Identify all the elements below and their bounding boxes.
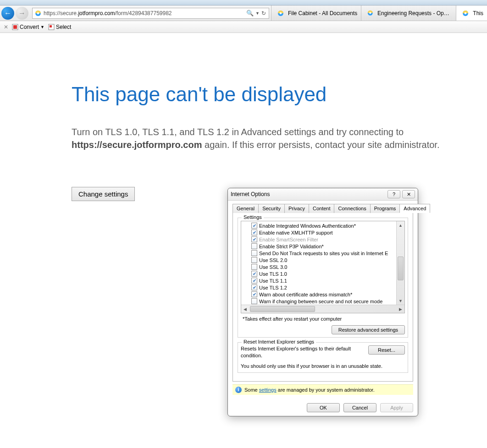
addr-tools: 🔍▼ ↻ — [244, 10, 269, 16]
horizontal-scrollbar[interactable]: ◀ ▶ — [241, 305, 404, 313]
settings-item[interactable]: Use SSL 2.0 — [251, 257, 389, 263]
pdf-toolbar: ✕ Convert ▼ Select — [0, 21, 487, 33]
dialog-title: Internet Options — [231, 191, 386, 197]
arrow-left-icon: ← — [4, 9, 11, 17]
checkbox[interactable]: ✔ — [251, 278, 257, 284]
internet-options-dialog: Internet Options ? ✕ GeneralSecurityPriv… — [227, 188, 418, 416]
checkbox[interactable]: ✔ — [251, 271, 257, 277]
settings-item-label: Enable native XMLHTTP support — [259, 230, 333, 235]
error-page: This page can't be displayed Turn on TLS… — [0, 33, 487, 201]
scroll-thumb[interactable] — [398, 257, 404, 280]
scroll-up-icon[interactable]: ▲ — [397, 221, 404, 229]
forward-button[interactable]: → — [16, 7, 28, 20]
settings-item[interactable]: Enable Strict P3P Validation* — [251, 243, 389, 250]
info-settings-link[interactable]: settings — [259, 387, 277, 393]
scroll-left-icon[interactable]: ◀ — [241, 305, 249, 313]
search-icon[interactable]: 🔍 — [246, 10, 254, 16]
settings-item[interactable]: ✔Enable native XMLHTTP support — [251, 229, 389, 236]
checkbox[interactable] — [251, 298, 257, 304]
ie-icon — [462, 10, 469, 17]
scroll-right-icon[interactable]: ▶ — [397, 305, 404, 313]
help-button[interactable]: ? — [387, 190, 400, 198]
close-button[interactable]: ✕ — [402, 190, 415, 198]
checkbox[interactable] — [251, 243, 257, 249]
checkbox[interactable]: ✔ — [251, 223, 257, 229]
svg-rect-11 — [50, 25, 52, 27]
settings-item[interactable]: ✔Use TLS 1.1 — [251, 277, 389, 284]
dialog-tabstrip: GeneralSecurityPrivacyContentConnections… — [232, 203, 413, 213]
settings-item-label: Enable SmartScreen Filter — [259, 237, 318, 242]
svg-point-3 — [280, 12, 282, 14]
checkbox[interactable]: ✔ — [251, 291, 257, 297]
convert-button[interactable]: Convert ▼ — [12, 24, 44, 30]
tab-label: Engineering Requests - Open It... — [377, 10, 452, 16]
reset-fieldset: Reset Internet Explorer settings Resets … — [238, 342, 408, 373]
error-message: Turn on TLS 1.0, TLS 1.1, and TLS 1.2 in… — [72, 126, 475, 151]
settings-item-label: Enable Integrated Windows Authentication… — [259, 223, 356, 229]
select-button[interactable]: Select — [48, 24, 71, 30]
browser-tabs: File Cabinet - All DocumentsEngineering … — [271, 5, 487, 21]
svg-point-1 — [37, 12, 39, 14]
settings-item[interactable]: ✔Warn about certificate address mismatch… — [251, 291, 389, 298]
reset-warning: You should only use this if your browser… — [241, 363, 405, 370]
settings-item[interactable]: ✔Use TLS 1.2 — [251, 284, 389, 291]
address-bar[interactable]: https://secure.jotformpro.com/form/42894… — [32, 8, 269, 19]
change-settings-button[interactable]: Change settings — [72, 187, 135, 201]
settings-item-label: Use TLS 1.1 — [259, 278, 287, 284]
settings-item-label: Use SSL 3.0 — [259, 264, 287, 270]
settings-item[interactable]: ✔Enable Integrated Windows Authenticatio… — [251, 222, 389, 229]
info-icon: i — [235, 387, 242, 393]
ie-icon — [367, 10, 374, 17]
tab-label: This — [473, 10, 483, 16]
apply-button[interactable]: Apply — [380, 403, 413, 412]
checkbox[interactable]: ✔ — [251, 229, 257, 235]
dialog-tab-advanced[interactable]: Advanced — [399, 204, 430, 213]
dialog-tab-general[interactable]: General — [232, 204, 259, 213]
settings-item-label: Warn about certificate address mismatch* — [259, 292, 352, 297]
cancel-button[interactable]: Cancel — [343, 403, 376, 412]
dialog-tab-programs[interactable]: Programs — [370, 204, 400, 213]
browser-tab[interactable]: File Cabinet - All Documents — [271, 5, 361, 21]
svg-rect-9 — [13, 25, 17, 29]
dialog-titlebar[interactable]: Internet Options ? ✕ — [228, 188, 418, 201]
back-button[interactable]: ← — [1, 7, 14, 20]
convert-label: Convert — [20, 24, 39, 30]
checkbox[interactable] — [251, 250, 257, 256]
settings-item[interactable]: Use SSL 3.0 — [251, 263, 389, 270]
settings-item[interactable]: ✔Use TLS 1.0 — [251, 270, 389, 277]
vertical-scrollbar[interactable]: ▲ ▼ — [396, 221, 404, 305]
refresh-icon[interactable]: ↻ — [261, 10, 266, 16]
checkbox[interactable]: ✔ — [251, 284, 257, 290]
dialog-tab-privacy[interactable]: Privacy — [284, 204, 309, 213]
settings-item[interactable]: Warn if changing between secure and not … — [251, 298, 389, 305]
dialog-tab-connections[interactable]: Connections — [334, 204, 370, 213]
settings-legend: Settings — [242, 214, 264, 220]
browser-tab[interactable]: Engineering Requests - Open It... — [361, 5, 456, 21]
reset-button[interactable]: Reset... — [368, 345, 405, 355]
chevron-down-icon: ▼ — [40, 25, 44, 29]
svg-point-7 — [465, 12, 467, 14]
toolbar-close-icon[interactable]: ✕ — [4, 24, 8, 30]
arrow-right-icon: → — [18, 9, 26, 17]
hscroll-thumb[interactable] — [250, 306, 315, 312]
browser-tab[interactable]: This — [456, 5, 487, 21]
restore-advanced-button[interactable]: Restore advanced settings — [332, 325, 405, 334]
os-taskbar-hint — [0, 0, 487, 5]
settings-item: ✔Enable SmartScreen Filter — [251, 236, 389, 243]
settings-item-label: Use TLS 1.0 — [259, 271, 287, 277]
checkbox: ✔ — [251, 236, 257, 242]
restart-note: *Takes effect after you restart your com… — [243, 316, 405, 322]
dialog-tab-security[interactable]: Security — [258, 204, 285, 213]
page-title: This page can't be displayed — [72, 83, 487, 105]
dialog-tab-content[interactable]: Content — [309, 204, 335, 213]
settings-item-label: Send Do Not Track requests to sites you … — [259, 251, 388, 256]
checkbox[interactable] — [251, 257, 257, 263]
settings-fieldset: Settings ✔Enable Integrated Windows Auth… — [238, 218, 408, 338]
settings-item[interactable]: Send Do Not Track requests to sites you … — [251, 250, 389, 257]
checkbox[interactable] — [251, 264, 257, 270]
settings-item-label: Use SSL 2.0 — [259, 257, 287, 263]
search-dropdown-icon[interactable]: ▼ — [255, 11, 260, 16]
ok-button[interactable]: OK — [307, 403, 340, 412]
settings-listbox[interactable]: ✔Enable Integrated Windows Authenticatio… — [241, 221, 405, 313]
scroll-down-icon[interactable]: ▼ — [397, 297, 404, 305]
